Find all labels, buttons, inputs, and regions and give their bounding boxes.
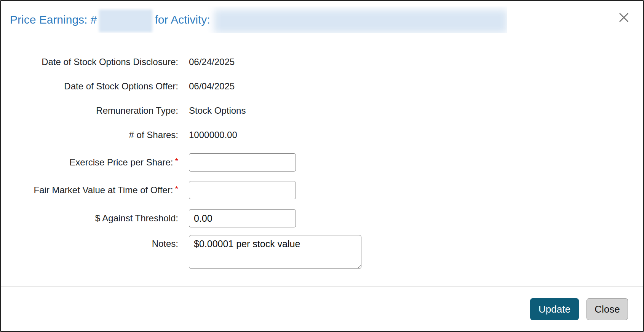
notes-textarea[interactable]: $0.00001 per stock value xyxy=(189,235,361,269)
exercise-price-input[interactable] xyxy=(189,153,296,172)
field-row-disclosure-date: Date of Stock Options Disclosure: 06/24/… xyxy=(1,56,643,68)
field-value: 1000000.00 xyxy=(189,129,237,141)
field-row-fair-market-value: Fair Market Value at Time of Offer:* xyxy=(1,181,643,199)
against-threshold-input[interactable] xyxy=(189,209,296,227)
field-label: Notes: xyxy=(1,235,178,249)
field-row-offer-date: Date of Stock Options Offer: 06/04/2025 xyxy=(1,81,643,92)
field-row-notes: Notes: $0.00001 per stock value xyxy=(1,235,643,269)
field-label: Remuneration Type: xyxy=(1,105,178,116)
redacted-activity-name xyxy=(214,10,507,33)
required-asterisk: * xyxy=(175,156,178,166)
field-label: Fair Market Value at Time of Offer:* xyxy=(1,184,178,196)
close-x-icon xyxy=(618,11,630,25)
required-asterisk: * xyxy=(175,184,178,194)
field-row-remuneration-type: Remuneration Type: Stock Options xyxy=(1,105,643,116)
field-value: 06/04/2025 xyxy=(189,81,235,92)
dialog-body: Date of Stock Options Disclosure: 06/24/… xyxy=(1,39,643,286)
close-dialog-button[interactable] xyxy=(617,11,630,24)
dialog-title: Price Earnings: # for Activity: xyxy=(10,6,507,33)
title-prefix: Price Earnings: # xyxy=(10,13,97,26)
title-connector: for Activity: xyxy=(155,13,210,26)
field-label: # of Shares: xyxy=(1,129,178,141)
field-label: Exercise Price per Share:* xyxy=(1,157,178,168)
field-label: Date of Stock Options Offer: xyxy=(1,81,178,92)
fair-market-value-input[interactable] xyxy=(189,181,296,199)
update-button[interactable]: Update xyxy=(530,298,579,320)
price-earnings-dialog: Price Earnings: # for Activity: Date of … xyxy=(0,0,644,332)
field-row-exercise-price: Exercise Price per Share:* xyxy=(1,153,643,172)
dialog-header: Price Earnings: # for Activity: xyxy=(1,1,643,39)
field-label: $ Against Threshold: xyxy=(1,213,178,224)
field-label: Date of Stock Options Disclosure: xyxy=(1,56,178,68)
field-row-against-threshold: $ Against Threshold: xyxy=(1,209,643,227)
close-button[interactable]: Close xyxy=(586,298,628,320)
redacted-earnings-id xyxy=(99,10,152,32)
dialog-footer: Update Close xyxy=(1,286,643,330)
field-value: 06/24/2025 xyxy=(189,56,235,68)
field-value: Stock Options xyxy=(189,105,246,116)
field-row-num-shares: # of Shares: 1000000.00 xyxy=(1,129,643,141)
